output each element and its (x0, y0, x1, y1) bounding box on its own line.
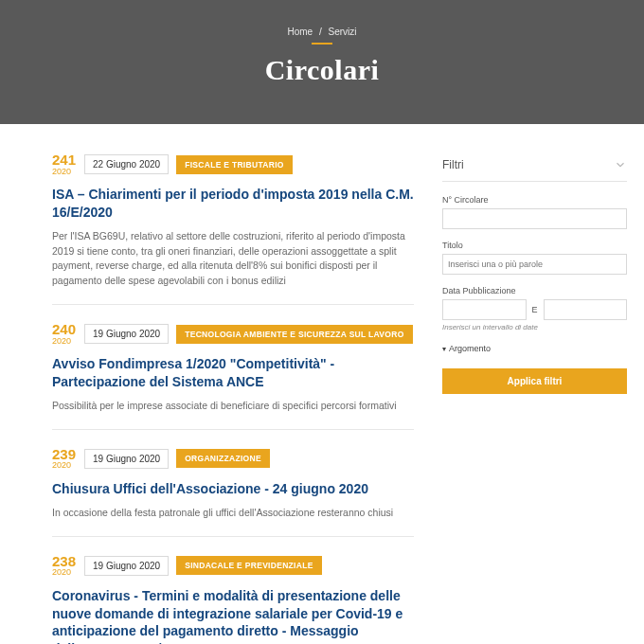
list-item: 239 2020 19 Giugno 2020 ORGANIZZAZIONE C… (52, 447, 414, 537)
filters-heading: Filtri (442, 158, 464, 171)
item-year: 2020 (52, 461, 77, 470)
item-body: Per l'ISA BG69U, relativo al settore del… (52, 229, 414, 289)
item-number-badge: 240 2020 (52, 322, 77, 346)
item-tag[interactable]: ORGANIZZAZIONE (176, 449, 270, 468)
results-list: 241 2020 22 Giugno 2020 FISCALE E TRIBUT… (0, 152, 442, 644)
item-title[interactable]: ISA – Chiarimenti per il periodo d'impos… (52, 186, 414, 222)
breadcrumb-current[interactable]: Servizi (327, 27, 359, 37)
filter-title-input[interactable] (442, 254, 627, 275)
filter-date-label: Data Pubblicazione (442, 286, 627, 295)
list-item: 240 2020 19 Giugno 2020 TECNOLOGIA AMBIE… (52, 322, 414, 430)
item-date: 19 Giugno 2020 (84, 449, 169, 469)
item-title[interactable]: Coronavirus - Termini e modalità di pres… (52, 587, 414, 644)
filter-title: Titolo (442, 241, 627, 275)
filter-date-from-input[interactable] (442, 299, 527, 320)
filter-number-label: N° Circolare (442, 195, 627, 205)
item-number: 241 (52, 152, 77, 168)
item-number-badge: 238 2020 (52, 554, 77, 578)
filter-number: N° Circolare (442, 195, 627, 229)
item-number-badge: 241 2020 (52, 152, 77, 176)
filter-number-input[interactable] (442, 208, 627, 229)
apply-filters-button[interactable]: Applica filtri (442, 368, 627, 394)
breadcrumb-home[interactable]: Home (285, 27, 314, 37)
item-tag[interactable]: SINDACALE E PREVIDENZIALE (176, 556, 322, 575)
item-tag[interactable]: FISCALE E TRIBUTARIO (176, 155, 293, 174)
item-number: 239 (52, 447, 77, 462)
page-title: Circolari (0, 54, 644, 86)
list-item: 238 2020 19 Giugno 2020 SINDACALE E PREV… (52, 554, 414, 644)
item-date: 19 Giugno 2020 (84, 324, 169, 344)
item-number-badge: 239 2020 (52, 447, 77, 471)
chevron-down-icon (614, 158, 627, 171)
item-date: 19 Giugno 2020 (84, 556, 169, 576)
item-number: 238 (52, 554, 77, 569)
breadcrumb-underline (312, 43, 332, 45)
item-title[interactable]: Chiusura Uffici dell'Associazione - 24 g… (52, 480, 414, 498)
item-title[interactable]: Avviso Fondimpresa 1/2020 "Competitività… (52, 355, 414, 391)
breadcrumb: Home / Servizi (0, 27, 644, 37)
breadcrumb-sep: / (317, 27, 324, 37)
item-number: 240 (52, 322, 77, 337)
item-year: 2020 (52, 568, 77, 577)
filter-date: Data Pubblicazione E Inserisci un interv… (442, 286, 627, 332)
item-tag[interactable]: TECNOLOGIA AMBIENTE E SICUREZZA SUL LAVO… (176, 325, 412, 344)
item-year: 2020 (52, 168, 77, 176)
chevron-down-icon: ▾ (442, 345, 446, 353)
item-body: In occasione della festa patronale gli u… (52, 506, 414, 521)
filter-title-label: Titolo (442, 241, 627, 250)
filter-date-to-input[interactable] (544, 299, 628, 320)
hero: Home / Servizi Circolari (0, 0, 644, 124)
filter-date-hint: Inserisci un intervallo di date (442, 323, 627, 332)
filter-argomento-label: Argomento (449, 344, 491, 353)
list-item: 241 2020 22 Giugno 2020 FISCALE E TRIBUT… (52, 152, 414, 305)
filter-date-sep: E (532, 305, 538, 314)
item-date: 22 Giugno 2020 (84, 154, 169, 174)
filter-argomento-toggle[interactable]: ▾Argomento (442, 344, 627, 353)
filters-toggle[interactable]: Filtri (442, 152, 627, 182)
item-body: Possibilità per le imprese associate di … (52, 399, 414, 414)
filters-panel: Filtri N° Circolare Titolo Data Pubblica… (442, 152, 627, 644)
item-year: 2020 (52, 337, 77, 346)
